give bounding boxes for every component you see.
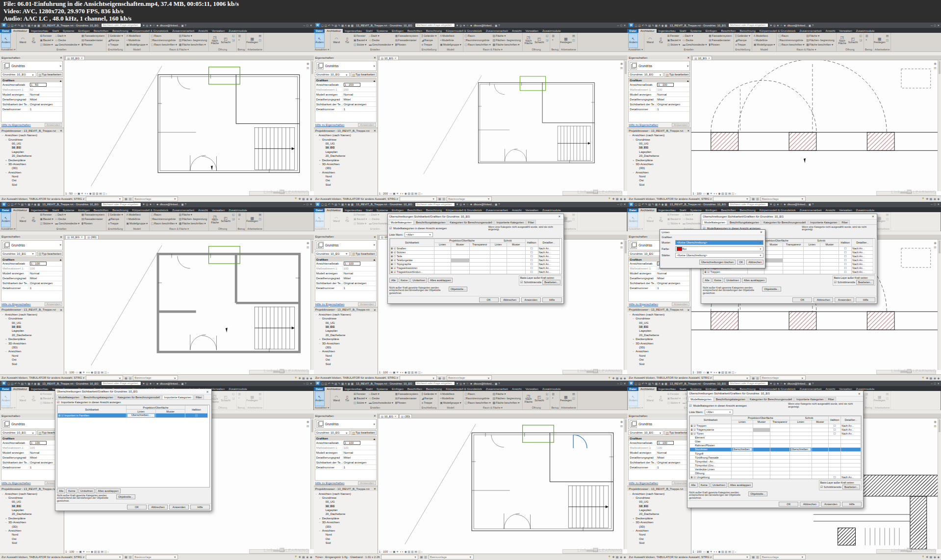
- ribbon-button[interactable]: ◱: [545, 33, 549, 38]
- worksets-combo[interactable]: ▾: [400, 196, 437, 201]
- infocenter-icon[interactable]: ★: [777, 382, 779, 385]
- ribbon-button[interactable]: ◲: [545, 396, 549, 400]
- override-cell[interactable]: [490, 258, 507, 262]
- tree-item[interactable]: −Ansichten (nach Namen): [628, 313, 691, 317]
- override-cell[interactable]: [783, 274, 804, 274]
- tree-item[interactable]: 10_EG: [1, 146, 64, 149]
- halftone-cell[interactable]: ☐: [525, 258, 538, 262]
- view-control-icon[interactable]: ◫: [102, 192, 105, 195]
- scrollbar-thumb[interactable]: [625, 241, 627, 253]
- tree-expand-icon[interactable]: −: [315, 134, 318, 137]
- detail-level-cell[interactable]: [841, 443, 861, 447]
- quick-access-icon[interactable]: ▢: [635, 382, 637, 385]
- filter-icon[interactable]: ◉: [306, 555, 308, 559]
- property-value[interactable]: 50: [29, 88, 62, 91]
- revit-app-button[interactable]: R: [315, 202, 320, 207]
- view-control-icon[interactable]: ▤: [728, 371, 731, 374]
- override-cell[interactable]: [764, 274, 783, 274]
- detail-level-cell[interactable]: Nach An...: [852, 266, 873, 270]
- view-tab[interactable]: ▤10_EG✕: [379, 56, 399, 60]
- navigation-bar[interactable]: ◉⊞: [934, 62, 937, 70]
- property-value[interactable]: 1: [657, 466, 689, 469]
- ribbon-button[interactable]: ▤: [572, 213, 575, 217]
- category-row[interactable]: ⊞ ☑ Treppen☐Nach An...: [704, 270, 873, 274]
- ribbon-button[interactable]: ⌂Dach ▾: [55, 213, 80, 217]
- scrollbar-thumb[interactable]: [939, 61, 941, 74]
- override-cell[interactable]: [804, 262, 820, 266]
- filter-icon[interactable]: ▼: [294, 376, 297, 380]
- quick-access-icon[interactable]: ◫: [11, 203, 13, 206]
- property-value[interactable]: 1 : 100: [343, 441, 376, 445]
- navigation-bar[interactable]: ◉⊞: [306, 62, 309, 70]
- quick-access-icon[interactable]: ◫: [638, 24, 641, 27]
- ribbon-button[interactable]: ◲: [545, 38, 549, 42]
- account-name[interactable]: dkoos@linked...: [160, 24, 180, 27]
- ribbon-button[interactable]: ▯Tür: [656, 391, 666, 406]
- steering-wheel-icon[interactable]: ◉: [306, 420, 309, 424]
- view-control-icon[interactable]: ☀: [396, 192, 399, 195]
- override-cell[interactable]: [770, 436, 789, 439]
- close-button[interactable]: ✕: [623, 382, 626, 385]
- category-row[interactable]: ⊞ ☐ Topographie☐Nach An...: [390, 262, 560, 266]
- ribbon-button[interactable]: ▯Tür: [28, 33, 38, 48]
- status-icon[interactable]: ▦: [125, 555, 127, 559]
- ribbon-button[interactable]: ▣Modellgruppe ▾: [439, 42, 461, 47]
- infocenter-icon[interactable]: ◎: [146, 203, 149, 206]
- ribbon-button[interactable]: ▦Festlegen: [247, 391, 257, 406]
- zoom-icon[interactable]: ⊞: [306, 424, 309, 428]
- tree-item[interactable]: 10_EG: [315, 504, 378, 508]
- view-control-icon[interactable]: ▭: [76, 550, 78, 553]
- ribbon-tab-zusatzmodule[interactable]: Zusatzmodule: [227, 208, 249, 212]
- override-cell[interactable]: [770, 475, 789, 479]
- override-cell[interactable]: [507, 258, 525, 262]
- ribbon-tab-datei[interactable]: Datei: [627, 208, 638, 212]
- ribbon-button[interactable]: ⌖: [238, 396, 241, 400]
- edit-type-button[interactable]: ◫Typ bearbeiten: [664, 430, 690, 435]
- ribbon-button[interactable]: ▬Geschossdecke ▾: [368, 42, 393, 47]
- quick-access-icon[interactable]: ↷: [18, 382, 20, 385]
- ribbon-button[interactable]: ↖Ändern: [628, 391, 638, 406]
- quick-access-icon[interactable]: ↷: [331, 382, 334, 385]
- navigation-bar[interactable]: ◉⊞: [620, 420, 623, 428]
- property-value[interactable]: 1 : 100: [343, 262, 376, 266]
- tree-item[interactable]: Ost: [1, 358, 64, 362]
- cart-icon[interactable]: ▣: [809, 24, 811, 27]
- tree-item[interactable]: Lageplan: [315, 508, 378, 512]
- override-cell[interactable]: [753, 460, 770, 463]
- tree-expand-icon[interactable]: −: [632, 529, 635, 532]
- search-input[interactable]: Stichwort oder Frage eingeben: [101, 23, 141, 27]
- account-icon[interactable]: ☻: [784, 203, 787, 206]
- properties-help-link[interactable]: Hilfe zu Eigenschaften: [315, 303, 345, 306]
- tree-item[interactable]: −Ansichten: [315, 170, 378, 174]
- property-value[interactable]: Original anzeigen: [657, 103, 689, 106]
- dialog-tab[interactable]: Kategorien für Berechnungsmodell: [116, 395, 162, 399]
- category-row[interactable]: Glas: [690, 439, 861, 443]
- ribbon-button[interactable]: ▭Decke: [368, 38, 393, 42]
- tree-item[interactable]: −3D-Ansichten: [628, 520, 691, 524]
- ribbon-tab-zusammenarbeit[interactable]: Zusammenarbeit: [798, 29, 824, 33]
- infocenter-icon[interactable]: ▼: [456, 382, 458, 385]
- ribbon-tab-verwalten[interactable]: Verwalten: [210, 208, 227, 212]
- override-cell[interactable]: [507, 250, 525, 254]
- ribbon-tab-ingenieurbau[interactable]: Ingenieurbau: [343, 387, 364, 391]
- property-value[interactable]: 1: [343, 466, 376, 469]
- close-icon[interactable]: ✕: [374, 308, 376, 312]
- cart-icon[interactable]: ▣: [495, 24, 497, 27]
- ribbon-button[interactable]: ▣Bauteil ▾: [667, 396, 681, 400]
- ribbon-button[interactable]: ◢Rampe: [107, 217, 123, 221]
- object-styles-button[interactable]: Objektstile...: [762, 287, 781, 292]
- detail-level-cell[interactable]: [841, 447, 861, 452]
- detail-level-cell[interactable]: [841, 436, 861, 439]
- quick-access-icon[interactable]: ▩: [664, 382, 667, 385]
- worksets-combo[interactable]: ▾: [713, 555, 750, 560]
- tree-item[interactable]: −Ansichten (nach Namen): [315, 133, 378, 137]
- quick-access-icon[interactable]: ✎: [25, 203, 27, 206]
- infocenter-icon[interactable]: ★: [149, 203, 152, 206]
- dialog-tab[interactable]: Modellkategorien: [702, 220, 727, 224]
- detail-level-cell[interactable]: Nach An...: [538, 258, 560, 262]
- property-value[interactable]: 100: [343, 446, 376, 449]
- property-value[interactable]: Normal: [343, 272, 376, 275]
- override-cell[interactable]: Überschreiben...: [127, 414, 156, 418]
- ribbon-button[interactable]: ▤: [258, 391, 261, 396]
- category-name-cell[interactable]: ⊞ ☑ Telefongeräte: [390, 258, 434, 262]
